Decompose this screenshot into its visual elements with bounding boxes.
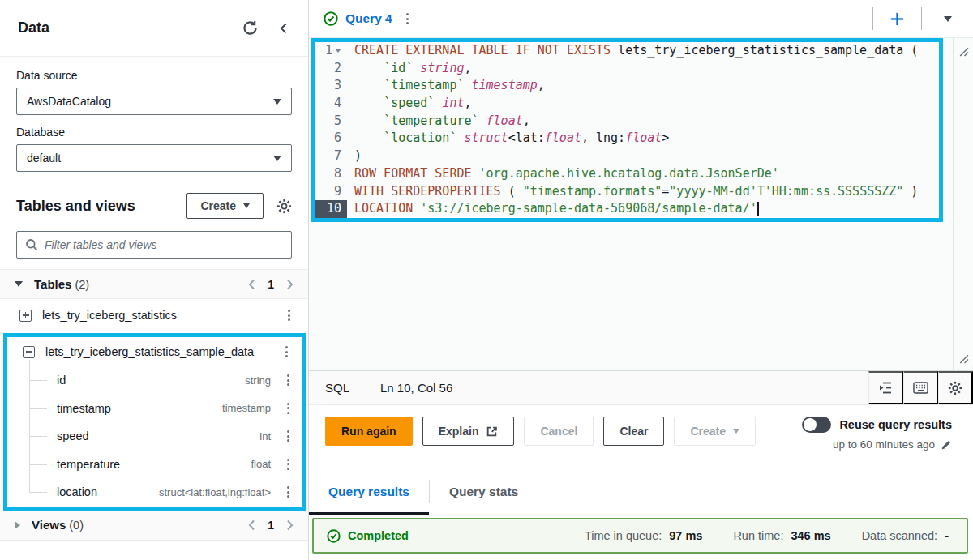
clear-button[interactable]: Clear xyxy=(603,417,664,446)
code-text: `timestamp` timestamp, xyxy=(347,77,545,95)
reuse-results: Reuse query results up to 60 minutes ago xyxy=(802,417,957,451)
code-line: 8ROW FORMAT SERDE 'org.apache.hive.hcata… xyxy=(315,165,939,183)
code-text: CREATE EXTERNAL TABLE IF NOT EXISTS lets… xyxy=(347,42,918,60)
highlight-box-editor: 1CREATE EXTERNAL TABLE IF NOT EXISTS let… xyxy=(311,38,943,222)
results-tabs: Query results Query stats xyxy=(309,468,973,515)
code-line: 4 `speed` int, xyxy=(315,95,939,113)
create-button-label: Create xyxy=(200,199,236,212)
filter-tables-input-wrap xyxy=(16,231,292,259)
format-query-icon[interactable] xyxy=(868,371,903,404)
prev-page-icon[interactable] xyxy=(248,279,255,290)
data-sidebar: Data Data source AwsDataCatalog xyxy=(0,0,309,560)
stat-label: Time in queue: xyxy=(585,529,662,542)
data-source-value: AwsDataCatalog xyxy=(27,95,111,108)
chevron-down-icon xyxy=(243,203,250,208)
column-row: temperaturefloat xyxy=(7,451,302,479)
new-query-plus-icon[interactable] xyxy=(889,11,906,28)
completed-check-icon xyxy=(327,529,341,543)
query-tab-label: Query 4 xyxy=(345,11,392,26)
line-number: 2 xyxy=(315,60,347,78)
code-line: 2 `id` string, xyxy=(315,60,939,78)
line-number: 9 xyxy=(315,183,347,201)
column-list: idstring timestamptimestamp speedint tem… xyxy=(7,366,302,507)
queries-menu-caret-icon[interactable] xyxy=(937,16,958,22)
reuse-results-toggle[interactable] xyxy=(802,417,831,433)
reuse-results-label: Reuse query results xyxy=(839,418,952,431)
code-text: `location` struct<lat:float, lng:float> xyxy=(347,130,669,147)
query-tab[interactable]: Query 4 xyxy=(324,10,414,28)
kebab-menu-icon[interactable] xyxy=(282,371,294,389)
triangle-right-icon xyxy=(15,521,20,529)
database-select[interactable]: default xyxy=(16,144,292,172)
highlight-box-table: lets_try_iceberg_statistics_sample_data … xyxy=(3,333,306,511)
prev-page-icon[interactable] xyxy=(248,519,255,531)
column-row: idstring xyxy=(7,366,302,395)
kebab-menu-icon[interactable] xyxy=(282,400,294,417)
kebab-menu-icon[interactable] xyxy=(401,10,414,28)
tab-query-stats[interactable]: Query stats xyxy=(430,468,538,515)
line-number: 8 xyxy=(315,165,347,183)
filter-tables-input[interactable] xyxy=(45,238,283,251)
sql-editor-area[interactable]: 1CREATE EXTERNAL TABLE IF NOT EXISTS let… xyxy=(309,38,973,371)
page-number: 1 xyxy=(268,519,274,532)
data-source-select[interactable]: AwsDataCatalog xyxy=(16,88,292,115)
table-name: lets_try_iceberg_statistics xyxy=(42,309,177,322)
settings-gear-icon[interactable] xyxy=(938,371,973,404)
create-button[interactable]: Create xyxy=(186,193,264,219)
collapse-table-icon[interactable] xyxy=(23,346,35,358)
refresh-icon[interactable] xyxy=(242,20,258,36)
text-cursor xyxy=(757,202,759,216)
sidebar-title: Data xyxy=(18,19,49,36)
gear-icon[interactable] xyxy=(276,199,292,214)
table-row: lets_try_iceberg_statistics xyxy=(0,299,308,331)
data-source-label: Data source xyxy=(16,69,292,82)
query-status-banner: Completed Time in queue:97 msRun time:34… xyxy=(312,518,968,554)
cancel-button[interactable]: Cancel xyxy=(524,417,594,446)
kebab-menu-icon[interactable] xyxy=(281,343,293,361)
kebab-menu-icon[interactable] xyxy=(282,455,294,473)
resize-grip-icon[interactable] xyxy=(958,46,969,57)
success-circle-icon xyxy=(324,11,338,26)
cancel-label: Cancel xyxy=(540,425,577,438)
code-line: 5 `temperature` float, xyxy=(315,113,939,130)
edit-pencil-icon[interactable] xyxy=(941,439,952,451)
code-text: LOCATION 's3://iceberg-sample-data-56906… xyxy=(347,200,759,218)
code-text: `temperature` float, xyxy=(347,113,530,130)
keyboard-shortcuts-icon[interactable] xyxy=(903,371,938,404)
tab-query-results[interactable]: Query results xyxy=(309,468,429,515)
kebab-menu-icon[interactable] xyxy=(282,427,294,445)
column-row: locationstruct<lat:float,lng:float> xyxy=(7,478,302,507)
tables-section-label: Tables xyxy=(34,277,71,291)
reuse-duration: up to 60 minutes ago xyxy=(833,438,935,451)
source-section: Data source AwsDataCatalog Database defa… xyxy=(0,57,308,172)
run-again-button[interactable]: Run again xyxy=(325,417,413,446)
line-number: 5 xyxy=(315,113,347,130)
collapse-panel-icon[interactable] xyxy=(277,22,290,35)
tab-label: Query stats xyxy=(449,485,518,499)
next-page-icon[interactable] xyxy=(286,519,294,531)
language-label: SQL xyxy=(325,381,349,395)
explain-button[interactable]: Explain xyxy=(422,417,515,446)
expand-table-icon[interactable] xyxy=(19,310,32,322)
code-text: ROW FORMAT SERDE 'org.apache.hive.hcatal… xyxy=(347,165,779,183)
tables-views-header: Tables and views Create xyxy=(16,193,292,219)
run-again-label: Run again xyxy=(341,425,396,438)
code-text: `id` string, xyxy=(347,60,472,78)
code-text: WITH SERDEPROPERTIES ( "timestamp.format… xyxy=(347,183,918,201)
create-query-button[interactable]: Create xyxy=(674,417,756,446)
editor-status-bar: SQL Ln 10, Col 56 xyxy=(309,371,973,405)
code-line: 10LOCATION 's3://iceberg-sample-data-569… xyxy=(315,200,939,218)
next-page-icon[interactable] xyxy=(286,279,294,290)
views-section-toggle[interactable]: Views (0) 1 xyxy=(0,511,308,541)
kebab-menu-icon[interactable] xyxy=(283,306,295,324)
status-text: Completed xyxy=(348,529,409,542)
tables-section-toggle[interactable]: Tables (2) 1 xyxy=(0,269,308,299)
fold-arrow-icon[interactable] xyxy=(335,49,341,53)
column-row: speedint xyxy=(7,422,302,451)
database-label: Database xyxy=(16,126,292,139)
stat-label: Data scanned: xyxy=(862,529,938,542)
external-link-icon xyxy=(486,425,498,438)
line-number: 6 xyxy=(315,130,347,147)
kebab-menu-icon[interactable] xyxy=(282,483,294,501)
resize-grip-icon[interactable] xyxy=(958,353,969,364)
